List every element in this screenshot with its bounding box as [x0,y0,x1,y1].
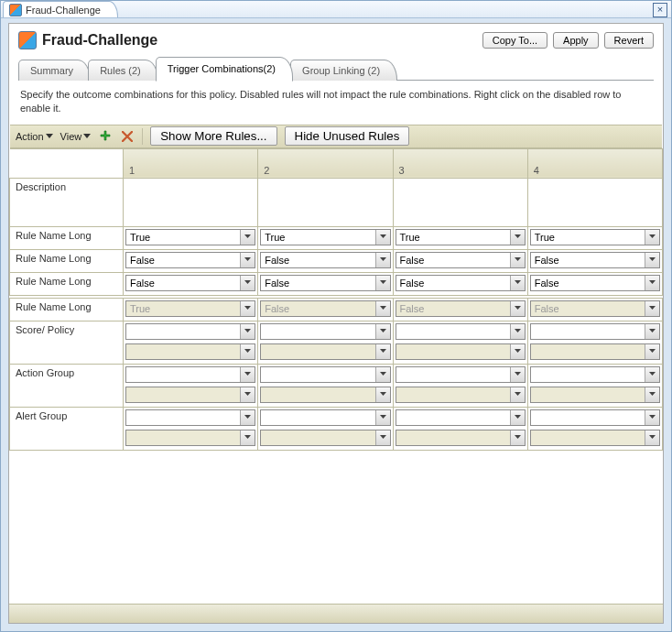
tab-summary[interactable]: Summary [18,60,91,81]
action-menu-label: Action [16,131,44,142]
view-menu[interactable]: View [60,131,92,142]
revert-button[interactable]: Revert [604,32,654,49]
panel-icon [18,31,37,49]
actiongroup-col4-select[interactable] [530,366,660,383]
tab-group-linking[interactable]: Group Linking (2) [290,60,397,81]
toolbar-separator [142,128,143,145]
rule3-col3-select[interactable]: False [396,275,526,291]
row-score-policy: Score/ Policy [10,321,663,364]
rule4-col1-select[interactable]: True [125,300,255,317]
desc-cell-4[interactable] [527,178,662,226]
rule1-col4-select[interactable]: True [530,229,660,245]
policy-col2-select[interactable] [260,343,390,360]
desc-cell-1[interactable] [124,178,258,226]
alertgroup-col4-select[interactable] [530,409,660,426]
policy-col1-select[interactable] [125,343,255,360]
rule1-col3-select[interactable]: True [396,229,526,245]
actiongroup-col2-select[interactable] [260,366,390,383]
view-menu-label: View [60,131,82,142]
row-rule-1: Rule Name Long True True True True [10,226,663,249]
row-rule-2: Rule Name Long False False False False [10,249,663,272]
window-close-button[interactable]: × [653,3,667,17]
row-label-rule3: Rule Name Long [10,272,124,295]
row-alert-group: Alert Group [10,407,663,450]
status-bar [9,604,663,623]
row-description: Description [10,178,663,226]
apply-button[interactable]: Apply [553,32,599,49]
rule4-col2-select[interactable]: False [260,300,390,317]
row-label-rule2: Rule Name Long [10,249,124,272]
policy-col4-select[interactable] [530,343,660,360]
row-label-rule1: Rule Name Long [10,226,124,249]
x-icon [122,131,133,142]
row-label-score: Score/ Policy [10,321,124,364]
alertgroup2-col3-select[interactable] [396,430,526,446]
col-header-1[interactable]: 1 [124,148,258,178]
row-label-action-group: Action Group [10,364,124,407]
column-header-row: 1 2 3 4 [10,148,663,178]
alertgroup2-col2-select[interactable] [260,430,390,446]
rule4-col3-select[interactable]: False [396,300,526,317]
tab-trigger-combinations[interactable]: Trigger Combinations(2) [156,57,293,82]
col-header-4[interactable]: 4 [527,148,662,178]
row-rule-4-disabled[interactable]: Rule Name Long True False False False [10,298,663,321]
alertgroup-col3-select[interactable] [396,409,526,426]
grid-toolbar: Action View Show More Rules... Hide Unus… [10,125,662,148]
actiongroup-col1-select[interactable] [125,366,255,383]
delete-button[interactable] [120,129,135,144]
tab-rules[interactable]: Rules (2) [88,60,158,81]
alertgroup-col1-select[interactable] [125,409,255,426]
rule1-col2-select[interactable]: True [260,229,390,245]
tab-bar: Summary Rules (2) Trigger Combinations(2… [18,57,654,81]
rule2-col2-select[interactable]: False [260,252,390,268]
alertgroup-col2-select[interactable] [260,409,390,426]
chevron-down-icon [46,134,53,139]
policy-col3-select[interactable] [396,343,526,360]
header-blank [10,148,124,178]
plus-icon [99,130,112,143]
row-rule-3: Rule Name Long False False False False [10,272,663,295]
score-col4-select[interactable] [530,323,660,340]
panel-header: Fraud-Challenge Copy To... Apply Revert [9,24,663,57]
actiongroup2-col2-select[interactable] [260,387,390,403]
action-menu[interactable]: Action [16,131,53,142]
page-title: Fraud-Challenge [42,32,157,49]
window-tab[interactable]: Fraud-Challenge [3,1,118,17]
alertgroup2-col4-select[interactable] [530,430,660,446]
row-label-description: Description [10,178,124,226]
row-action-group: Action Group [10,364,663,407]
rule2-col1-select[interactable]: False [125,252,255,268]
window-tab-title: Fraud-Challenge [26,5,101,16]
app-icon [9,4,22,16]
show-more-rules-button[interactable]: Show More Rules... [150,126,276,146]
combinations-grid: 1 2 3 4 Description Rule Name Long True … [9,148,663,451]
rule3-col2-select[interactable]: False [260,275,390,291]
desc-cell-3[interactable] [393,178,527,226]
row-label-alert-group: Alert Group [10,407,124,450]
rule2-col3-select[interactable]: False [396,252,526,268]
actiongroup2-col1-select[interactable] [125,387,255,403]
score-col2-select[interactable] [260,323,390,340]
copy-to-button[interactable]: Copy To... [482,32,547,49]
col-header-3[interactable]: 3 [393,148,527,178]
rule2-col4-select[interactable]: False [530,252,660,268]
alertgroup2-col1-select[interactable] [125,430,255,446]
score-col3-select[interactable] [396,323,526,340]
score-col1-select[interactable] [125,323,255,340]
rule3-col1-select[interactable]: False [125,275,255,291]
actiongroup2-col3-select[interactable] [396,387,526,403]
actiongroup2-col4-select[interactable] [530,387,660,403]
hide-unused-rules-button[interactable]: Hide Unused Rules [285,126,410,146]
chevron-down-icon [83,134,91,139]
actiongroup-col3-select[interactable] [396,366,526,383]
rule4-col4-select[interactable]: False [530,300,660,317]
rule3-col4-select[interactable]: False [530,275,660,291]
add-button[interactable] [98,129,113,144]
desc-cell-2[interactable] [258,178,393,226]
tab-description: Specify the outcome combinations for thi… [9,81,663,125]
grid-empty-area [9,451,663,604]
col-header-2[interactable]: 2 [258,148,393,178]
row-label-rule4: Rule Name Long [10,298,124,321]
rule1-col1-select[interactable]: True [125,229,255,245]
app-window: Fraud-Challenge × Fraud-Challenge Copy T… [0,0,672,632]
